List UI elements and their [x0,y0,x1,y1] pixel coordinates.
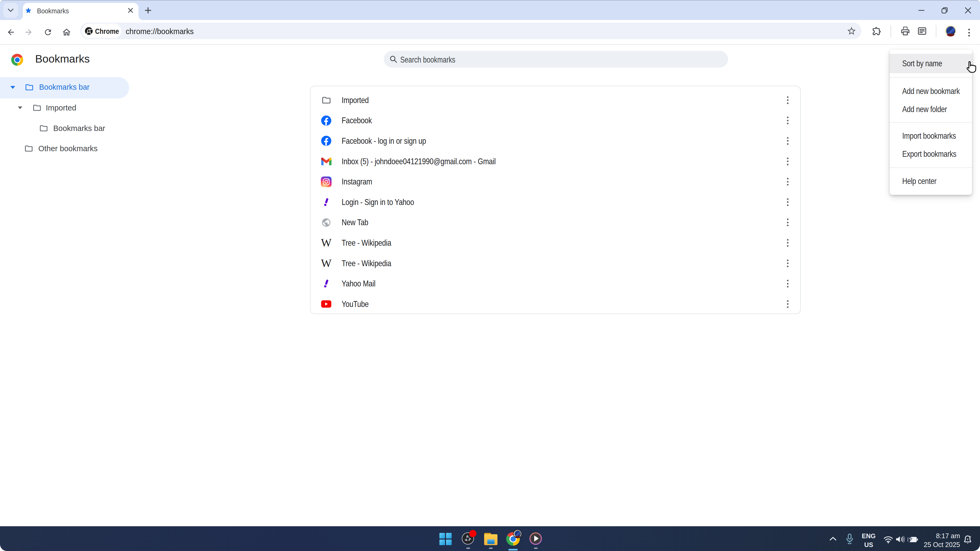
svg-text:z: z [967,537,969,541]
svg-text:z: z [970,535,971,538]
